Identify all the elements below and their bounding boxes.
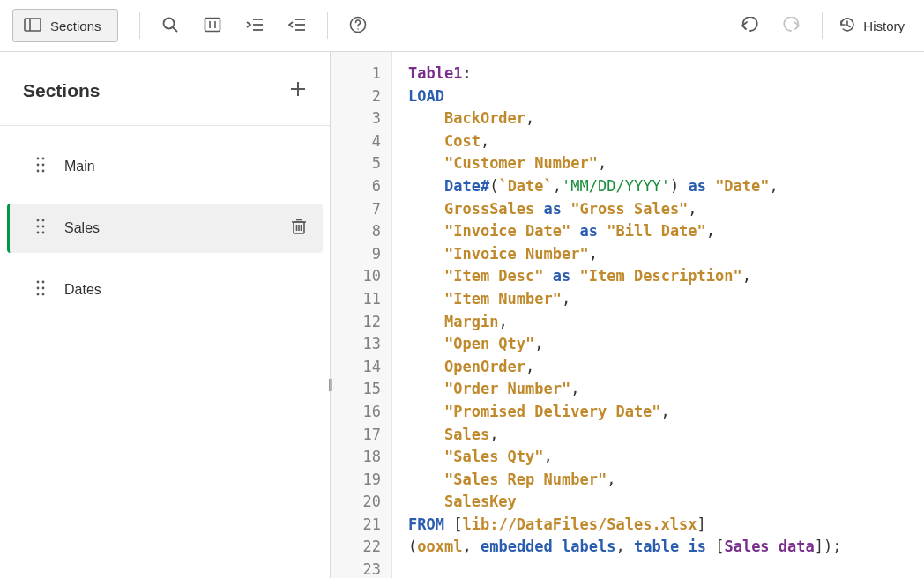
indent-button[interactable] [234, 10, 276, 41]
sidebar-header: Sections [0, 52, 330, 126]
section-item-dates[interactable]: Dates [7, 265, 323, 315]
svg-point-17 [37, 158, 40, 160]
sections-toggle-button[interactable]: Sections [12, 9, 118, 42]
drag-handle-icon[interactable] [36, 280, 45, 300]
help-button[interactable] [337, 10, 379, 41]
sections-sidebar: Sections Main Sales [0, 52, 331, 578]
toolbar-separator [327, 12, 328, 39]
svg-rect-4 [205, 18, 220, 31]
svg-point-27 [37, 232, 40, 234]
svg-point-24 [42, 219, 45, 222]
svg-point-19 [37, 164, 40, 167]
sidebar-title: Sections [23, 80, 101, 101]
section-item-sales[interactable]: Sales [7, 204, 323, 253]
svg-point-22 [42, 170, 45, 173]
section-item-label: Sales [64, 220, 100, 236]
svg-point-38 [42, 287, 45, 290]
svg-line-3 [173, 27, 177, 32]
drag-handle-icon[interactable] [36, 219, 45, 238]
indent-icon [246, 18, 264, 34]
search-button[interactable] [149, 10, 191, 41]
svg-point-14 [357, 28, 359, 30]
svg-point-18 [42, 158, 45, 160]
undo-button[interactable] [728, 10, 771, 41]
redo-button[interactable] [771, 10, 813, 41]
section-item-label: Main [64, 159, 95, 174]
sections-toggle-label: Sections [50, 19, 101, 33]
svg-point-23 [37, 219, 40, 222]
plus-icon [289, 87, 307, 100]
search-icon [161, 16, 179, 36]
svg-point-20 [42, 164, 45, 167]
delete-section-button[interactable] [291, 218, 307, 239]
svg-point-25 [37, 226, 40, 228]
history-icon [838, 16, 856, 36]
panel-icon [24, 18, 41, 34]
add-section-button[interactable] [286, 77, 310, 104]
script-editor[interactable]: 1234567891011121314151617181920212223 Ta… [331, 52, 924, 578]
line-number-gutter: 1234567891011121314151617181920212223 [331, 52, 392, 578]
section-item-main[interactable]: Main [7, 142, 323, 191]
comment-icon [204, 17, 221, 35]
trash-icon [291, 223, 307, 238]
help-icon [349, 16, 367, 36]
svg-rect-0 [25, 19, 41, 31]
section-list: Main Sales Dates [0, 126, 330, 327]
undo-icon [740, 17, 759, 35]
svg-point-39 [37, 293, 40, 296]
history-label: History [863, 19, 905, 33]
comment-toggle-button[interactable] [191, 10, 234, 41]
history-button[interactable]: History [831, 10, 912, 41]
code-area[interactable]: Table1: LOAD BackOrder, Cost, "Customer … [392, 52, 924, 578]
svg-point-2 [163, 18, 174, 28]
toolbar-separator [139, 12, 140, 39]
svg-point-21 [37, 170, 40, 173]
redo-icon [782, 17, 801, 35]
svg-point-28 [42, 232, 45, 234]
svg-point-35 [37, 281, 40, 284]
splitter-handle[interactable]: || [328, 377, 331, 391]
section-item-label: Dates [64, 282, 101, 298]
outdent-icon [288, 18, 306, 34]
toolbar: Sections [0, 0, 924, 52]
svg-point-26 [42, 226, 45, 228]
svg-point-36 [42, 281, 45, 284]
drag-handle-icon[interactable] [36, 157, 45, 176]
toolbar-separator [822, 12, 823, 39]
outdent-button[interactable] [276, 10, 318, 41]
svg-point-40 [42, 293, 45, 296]
svg-point-37 [37, 287, 40, 290]
